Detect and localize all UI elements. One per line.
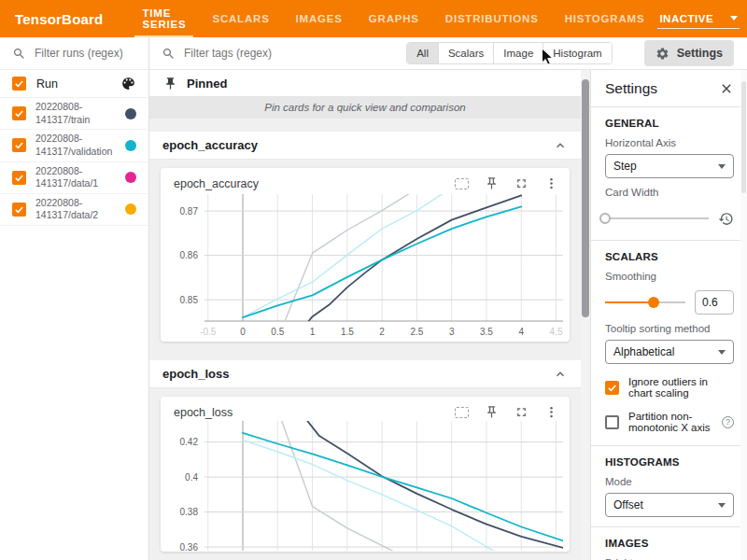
run-color-dot <box>125 108 136 119</box>
tooltip-sorting-select[interactable]: Alphabetical <box>605 340 734 364</box>
run-row-data-1[interactable]: 20220808-141317/data/1 <box>0 162 148 194</box>
divider <box>591 106 747 107</box>
card-header: epoch_loss <box>161 397 570 421</box>
run-color-palette-button[interactable] <box>120 76 136 91</box>
tab-time-series[interactable]: TIME SERIES <box>129 0 199 37</box>
reset-icon[interactable] <box>718 211 734 227</box>
section-title: epoch_loss <box>162 367 230 381</box>
app-logo: TensorBoard <box>15 11 103 27</box>
section-header-epoch-accuracy[interactable]: epoch_accuracy <box>149 132 581 160</box>
checkbox-label: Ignore outliers in chart scaling <box>628 376 734 399</box>
scalar-card-epoch-accuracy: epoch_accuracy 0.850.860.8700.511.522.53… <box>161 168 570 342</box>
fullscreen-icon[interactable] <box>514 176 529 190</box>
scalar-card-epoch-loss: epoch_loss 0.360.380.40.42 <box>161 397 570 552</box>
filter-image-button[interactable]: Image <box>493 43 543 63</box>
check-icon <box>14 108 24 119</box>
open-settings-button[interactable]: Settings <box>644 40 734 66</box>
panel-scrollbar-thumb[interactable] <box>741 81 746 193</box>
fit-to-data-icon[interactable] <box>455 407 469 418</box>
settings-section-histograms: HISTOGRAMS <box>605 456 734 468</box>
run-row-validation[interactable]: 20220808-141317/validation <box>0 130 148 161</box>
runs-header-label: Run <box>36 77 58 91</box>
filter-tags-input[interactable]: Filter tags (regex) <box>162 47 406 61</box>
horizontal-axis-select[interactable]: Step <box>605 154 734 178</box>
epoch-accuracy-line-chart[interactable]: 0.850.860.8700.511.522.533.54-0.54.5 <box>162 192 569 342</box>
card-actions <box>455 405 558 419</box>
section-title: epoch_accuracy <box>162 138 258 152</box>
smoothing-value-input[interactable]: 0.6 <box>695 290 734 315</box>
panel-scrollbar[interactable] <box>740 70 747 560</box>
partition-x-axis-checkbox[interactable] <box>605 415 619 429</box>
histogram-mode-select[interactable]: Offset <box>605 493 734 517</box>
chevron-up-icon[interactable] <box>553 138 568 153</box>
filter-histogram-button[interactable]: Histogram <box>543 43 611 63</box>
ignore-outliers-checkbox[interactable] <box>605 381 619 395</box>
tab-images[interactable]: IMAGES <box>283 0 356 37</box>
svg-text:0.87: 0.87 <box>180 206 199 217</box>
check-icon <box>14 140 24 150</box>
ignore-outliers-row[interactable]: Ignore outliers in chart scaling <box>605 376 734 399</box>
run-label: 20220808-141317/data/2 <box>35 197 116 222</box>
tab-graphs[interactable]: GRAPHS <box>356 0 432 37</box>
cards-scroll-area[interactable]: Pinned Pin cards for a quick view and co… <box>149 70 581 560</box>
settings-panel: Settings GENERAL Horizontal Axis Step Ca… <box>590 70 747 560</box>
run-label: 20220808-141317/train <box>35 101 116 126</box>
select-all-runs-checkbox[interactable] <box>12 77 26 91</box>
card-width-label: Card Width <box>605 187 734 198</box>
card-title: epoch_accuracy <box>174 177 455 190</box>
filter-scalars-button[interactable]: Scalars <box>438 43 493 63</box>
run-checkbox[interactable] <box>12 203 26 217</box>
pin-outline-icon[interactable] <box>485 405 499 419</box>
search-icon <box>12 47 26 61</box>
slider-knob[interactable] <box>648 297 659 308</box>
reload-status-dropdown[interactable]: INACTIVE <box>657 9 740 29</box>
svg-text:0.42: 0.42 <box>180 437 199 447</box>
partition-x-axis-row[interactable]: Partition non-monotonic X axis ? <box>605 411 734 433</box>
tab-scalars[interactable]: SCALARS <box>199 0 282 37</box>
svg-text:2: 2 <box>379 327 385 337</box>
smoothing-slider[interactable] <box>605 296 685 309</box>
main-scrollbar-thumb[interactable] <box>582 79 589 317</box>
settings-section-images: IMAGES <box>605 538 734 549</box>
svg-text:-0.5: -0.5 <box>200 327 217 337</box>
run-checkbox[interactable] <box>12 138 26 152</box>
slider-knob[interactable] <box>599 213 611 224</box>
more-options-icon[interactable] <box>544 405 558 419</box>
card-width-slider[interactable] <box>605 212 709 225</box>
run-row-train[interactable]: 20220808-141317/train <box>0 98 148 130</box>
filter-runs-input[interactable]: Filter runs (regex) <box>0 37 148 70</box>
svg-text:3.5: 3.5 <box>480 327 493 337</box>
run-row-data-2[interactable]: 20220808-141317/data/2 <box>0 194 148 226</box>
content-region: Filter tags (regex) All Scalars Image Hi… <box>149 37 747 560</box>
close-icon[interactable] <box>719 81 734 96</box>
settings-button-label: Settings <box>677 47 723 60</box>
pin-outline-icon[interactable] <box>485 176 499 190</box>
svg-text:0.4: 0.4 <box>185 472 198 483</box>
header-actions: INACTIVE <box>657 4 747 34</box>
help-icon[interactable]: ? <box>722 416 734 428</box>
settings-panel-title: Settings <box>605 80 657 97</box>
tab-distributions[interactable]: DISTRIBUTIONS <box>432 0 552 37</box>
fullscreen-icon[interactable] <box>514 405 529 419</box>
card-header: epoch_accuracy <box>161 168 570 192</box>
palette-icon <box>120 76 136 91</box>
check-icon <box>14 78 24 89</box>
main-scrollbar[interactable] <box>581 70 590 560</box>
svg-text:4.5: 4.5 <box>550 327 563 337</box>
filter-all-button[interactable]: All <box>407 43 438 63</box>
run-checkbox[interactable] <box>12 171 26 185</box>
run-label: 20220808-141317/validation <box>35 133 116 158</box>
chevron-up-icon[interactable] <box>553 367 568 382</box>
epoch-loss-line-chart[interactable]: 0.360.380.40.42 <box>162 421 569 552</box>
pin-icon <box>163 77 177 91</box>
svg-text:0.86: 0.86 <box>180 250 199 260</box>
run-color-dot <box>125 140 136 151</box>
tab-histograms[interactable]: HISTOGRAMS <box>552 0 658 37</box>
more-options-icon[interactable] <box>544 176 558 190</box>
chevron-down-icon <box>718 164 726 169</box>
fit-to-data-icon[interactable] <box>455 178 469 189</box>
check-icon <box>14 173 24 183</box>
filter-tags-placeholder: Filter tags (regex) <box>184 47 272 60</box>
section-header-epoch-loss[interactable]: epoch_loss <box>149 360 581 388</box>
run-checkbox[interactable] <box>12 106 26 120</box>
